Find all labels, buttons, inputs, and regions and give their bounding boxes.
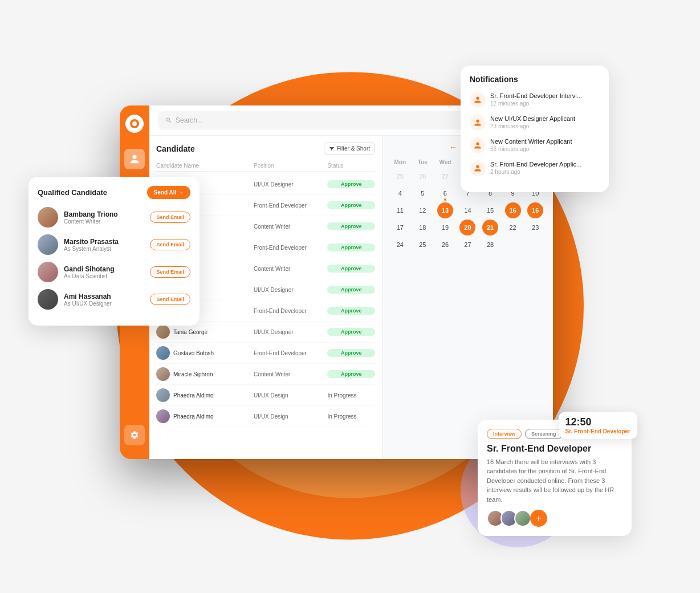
- notif-item-2: New UI/UX Designer Applicant 23 minutes …: [470, 115, 600, 131]
- cal-day-20[interactable]: 20: [459, 220, 475, 235]
- time-display: 12:50: [565, 416, 630, 428]
- cal-day-11[interactable]: 11: [392, 202, 408, 218]
- notif-content-2: New UI/UX Designer Applicant 23 minutes …: [490, 115, 575, 129]
- candidate-role-4: As UI/UX Designer: [64, 300, 144, 307]
- send-email-btn-3[interactable]: Send Email: [150, 266, 190, 278]
- send-all-button[interactable]: Send All →: [147, 186, 190, 199]
- send-email-btn-1[interactable]: Send Email: [150, 212, 190, 223]
- tag-interview: Interview: [487, 429, 522, 439]
- table-header: Candidate Name Position Status: [156, 160, 375, 172]
- candidate-info-1: Bambang Triono Content Writer: [64, 210, 144, 225]
- candidate-item-2: Marsito Prasasta As System Analyst Send …: [38, 234, 190, 255]
- cal-day-18[interactable]: 18: [414, 220, 430, 235]
- cal-day-24[interactable]: 24: [392, 237, 408, 253]
- cal-day-16b[interactable]: 16: [527, 202, 543, 218]
- notif-content-4: Sr. Front-End Developer Applic... 2 hour…: [490, 160, 581, 175]
- filter-button[interactable]: Filter & Short: [324, 143, 375, 155]
- candidate-item-1: Bambang Triono Content Writer Send Email: [38, 207, 190, 228]
- send-email-btn-4[interactable]: Send Email: [150, 294, 190, 305]
- table-row-miracle: Miracle Siphron Content Writer Approve: [156, 364, 375, 385]
- panel-title: Candidate: [156, 144, 195, 153]
- candidate-name-4: Ami Hassanah: [64, 293, 144, 300]
- cal-prev-arrow[interactable]: ←: [449, 143, 457, 152]
- cal-day-16[interactable]: 16: [505, 202, 521, 218]
- col-status: Status: [327, 163, 375, 169]
- candidate-info-4: Ami Hassanah As UI/UX Designer: [64, 293, 144, 307]
- candidate-avatar-4: [38, 289, 58, 310]
- cal-day-27[interactable]: 27: [459, 237, 475, 253]
- cal-day-17[interactable]: 17: [392, 220, 408, 235]
- candidate-avatar-1: [38, 207, 58, 228]
- notif-item-3: New Content Writer Applicant 56 minutes …: [470, 137, 600, 153]
- notif-content-1: Sr. Front-End Developer Intervi... 12 mi…: [490, 92, 582, 107]
- candidate-name-1: Bambang Triono: [64, 210, 144, 218]
- sidebar-icon-settings[interactable]: [124, 425, 145, 445]
- candidate-item-4: Ami Hassanah As UI/UX Designer Send Emai…: [38, 289, 190, 310]
- cal-day-15[interactable]: 15: [482, 202, 498, 218]
- notif-time-1: 12 minutes ago: [490, 100, 582, 107]
- event-title: Sr. Front-End Developer: [487, 444, 622, 454]
- cal-day-21[interactable]: 21: [482, 220, 498, 235]
- qualified-title: Qualified Candidate: [38, 188, 107, 197]
- candidate-role-2: As System Analyst: [64, 246, 144, 252]
- table-row-phaedra2: Phaedra Aldimo UI/UX Design In Progress: [156, 406, 375, 427]
- candidate-info-3: Gandi Sihotang As Data Scientist: [64, 265, 144, 279]
- col-name: Candidate Name: [156, 163, 251, 169]
- time-subtitle: Sr. Front-End Developer: [565, 428, 630, 434]
- table-row-gustavo: Gustavo Botosh Front-End Developer Appro…: [156, 343, 375, 364]
- event-avatars: +: [487, 510, 622, 527]
- qualified-card: Qualified Candidate Send All → Bambang T…: [29, 177, 200, 326]
- notif-text-3: New Content Writer Applicant: [490, 137, 572, 145]
- cal-header-tue: Tue: [412, 157, 434, 167]
- event-desc: 16 March there will be interviews with 3…: [487, 457, 622, 505]
- notif-title: Notifications: [470, 75, 600, 84]
- cal-day-25[interactable]: 25: [414, 237, 430, 253]
- candidate-avatar-2: [38, 234, 58, 255]
- cal-day-14[interactable]: 14: [459, 202, 475, 218]
- candidate-avatar-3: [38, 262, 58, 282]
- panel-header: Candidate Filter & Short: [156, 143, 375, 155]
- candidate-name-2: Marsito Prasasta: [64, 238, 144, 246]
- time-chip: 12:50 Sr. Front-End Developer: [559, 412, 637, 439]
- candidate-item-3: Gandi Sihotang As Data Scientist Send Em…: [38, 262, 190, 282]
- cal-day-6[interactable]: 6: [437, 185, 453, 201]
- cal-day-4[interactable]: 4: [392, 185, 408, 201]
- cal-day-26[interactable]: 26: [437, 237, 453, 253]
- sidebar-logo: [125, 115, 144, 133]
- candidate-name-3: Gandi Sihotang: [64, 265, 144, 273]
- cal-day-23[interactable]: 23: [527, 220, 543, 235]
- col-position: Position: [254, 163, 325, 169]
- notif-time-4: 2 hours ago: [490, 169, 581, 175]
- notif-icon-3: [470, 137, 486, 153]
- search-placeholder: Search...: [176, 116, 203, 124]
- notif-time-3: 56 minutes ago: [490, 146, 572, 152]
- candidate-info-2: Marsito Prasasta As System Analyst: [64, 238, 144, 252]
- cal-day-19[interactable]: 19: [437, 220, 453, 235]
- notif-icon-2: [470, 115, 486, 131]
- send-email-btn-2[interactable]: Send Email: [150, 239, 190, 250]
- cal-day-22[interactable]: 22: [505, 220, 521, 235]
- cal-day-13[interactable]: 13: [437, 202, 453, 218]
- candidate-role-3: As Data Scientist: [64, 273, 144, 279]
- tag-screening: Screening: [525, 429, 563, 439]
- candidate-role-1: Content Writer: [64, 218, 144, 225]
- cal-day-28[interactable]: 28: [482, 237, 498, 253]
- cal-day-prev-26[interactable]: 26: [414, 168, 430, 184]
- cal-day-prev-27[interactable]: 27: [437, 168, 453, 184]
- notif-text-1: Sr. Front-End Developer Intervi...: [490, 92, 582, 100]
- cal-day-prev-25[interactable]: 25: [392, 168, 408, 184]
- notif-item-4: Sr. Front-End Developer Applic... 2 hour…: [470, 160, 600, 176]
- notif-content-3: New Content Writer Applicant 56 minutes …: [490, 137, 572, 152]
- filter-label: Filter & Short: [337, 145, 370, 152]
- qualified-header: Qualified Candidate Send All →: [38, 186, 190, 199]
- notif-icon-1: [470, 92, 486, 108]
- notif-text-4: Sr. Front-End Developer Applic...: [490, 160, 581, 168]
- notif-text-2: New UI/UX Designer Applicant: [490, 115, 575, 123]
- cal-day-5[interactable]: 5: [414, 185, 430, 201]
- sidebar-icon-person[interactable]: [124, 149, 145, 169]
- cal-header-mon: Mon: [389, 157, 411, 167]
- event-add-button[interactable]: +: [530, 510, 547, 527]
- notif-time-2: 23 minutes ago: [490, 123, 575, 129]
- event-avatar-3: [514, 510, 531, 527]
- cal-day-12[interactable]: 12: [414, 202, 430, 218]
